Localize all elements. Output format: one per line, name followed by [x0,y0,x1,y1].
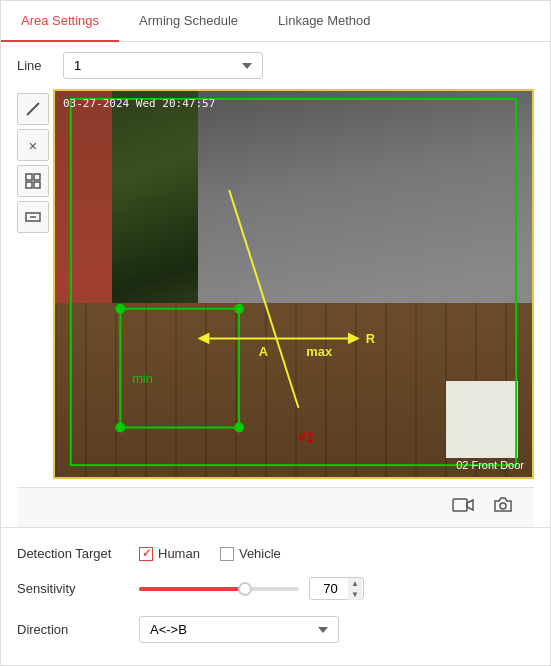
camera-controls-bar [17,487,534,527]
settings-section: Detection Target Human Vehicle Sensitivi… [1,527,550,661]
human-checkbox-label[interactable]: Human [139,546,200,561]
draw-tool-button[interactable] [17,93,49,125]
svg-rect-1 [26,174,32,180]
line-select[interactable]: 1 2 3 4 [63,52,263,79]
svg-marker-24 [467,500,473,510]
tools-panel: × [17,89,49,479]
cam-location-label: 02 Front Door [456,459,524,471]
camera-area: × [1,89,550,487]
svg-rect-23 [453,499,467,511]
direction-row: Direction A<->B A->B B->A [17,608,534,651]
detection-target-row: Detection Target Human Vehicle [17,538,534,569]
svg-text:max: max [306,344,333,359]
video-control-button[interactable] [448,494,478,521]
svg-text:min: min [132,371,153,386]
sensitivity-controls: ▲ ▼ [139,577,364,600]
detection-target-label: Detection Target [17,546,127,561]
sensitivity-slider-track[interactable] [139,587,299,591]
svg-marker-16 [348,332,360,344]
human-label: Human [158,546,200,561]
cam-timestamp: 03-27-2024 Wed 20:47:57 [63,97,215,110]
line-label: Line [17,58,47,73]
sensitivity-slider-fill [139,587,245,591]
line-row: Line 1 2 3 4 [1,42,550,89]
svg-point-25 [500,503,506,509]
sensitivity-decrement-button[interactable]: ▼ [348,589,362,600]
sensitivity-increment-button[interactable]: ▲ [348,578,362,589]
cam-overlay-svg: min A max R #1 [55,91,532,477]
svg-rect-8 [120,309,239,428]
vehicle-checkbox-label[interactable]: Vehicle [220,546,281,561]
vehicle-checkbox[interactable] [220,547,234,561]
svg-point-12 [234,423,244,433]
sensitivity-spinner-wrap: ▲ ▼ [309,577,364,600]
sensitivity-row: Sensitivity ▲ ▼ [17,569,534,608]
human-checkbox[interactable] [139,547,153,561]
svg-rect-3 [26,182,32,188]
svg-text:A: A [259,344,268,359]
camera-feed: 03-27-2024 Wed 20:47:57 02 Front Door mi… [53,89,534,479]
svg-point-11 [115,423,125,433]
vehicle-label: Vehicle [239,546,281,561]
svg-point-10 [234,304,244,314]
sensitivity-label: Sensitivity [17,581,127,596]
svg-rect-7 [71,99,516,465]
svg-text:#1: #1 [298,429,314,445]
clear-tool-button[interactable]: × [17,129,49,161]
svg-marker-18 [197,332,209,344]
svg-point-9 [115,304,125,314]
direction-label: Direction [17,622,127,637]
svg-text:R: R [366,331,376,346]
zoom-out-button[interactable] [17,201,49,233]
svg-rect-4 [34,182,40,188]
main-container: Area Settings Arming Schedule Linkage Me… [0,0,551,666]
svg-line-0 [27,103,39,115]
camera-capture-button[interactable] [488,494,518,521]
zoom-in-button[interactable] [17,165,49,197]
tab-linkage-method[interactable]: Linkage Method [258,1,391,42]
tab-bar: Area Settings Arming Schedule Linkage Me… [1,1,550,42]
sensitivity-spinner-buttons: ▲ ▼ [348,578,362,600]
sensitivity-slider-thumb[interactable] [238,582,252,596]
direction-select[interactable]: A<->B A->B B->A [139,616,339,643]
target-options: Human Vehicle [139,546,281,561]
tab-area-settings[interactable]: Area Settings [1,1,119,42]
svg-rect-2 [34,174,40,180]
tab-arming-schedule[interactable]: Arming Schedule [119,1,258,42]
